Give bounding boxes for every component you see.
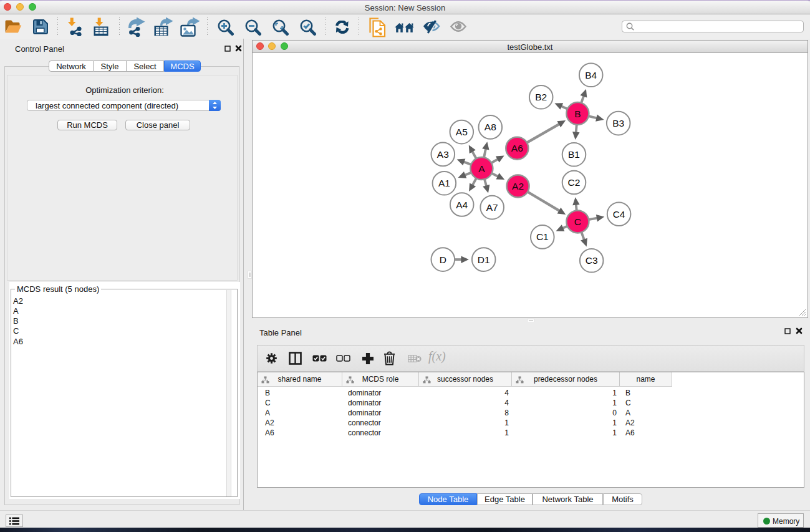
svg-text:B1: B1 [568, 149, 580, 160]
svg-text:A5: A5 [456, 127, 468, 137]
svg-text:C: C [574, 216, 581, 227]
svg-text:C2: C2 [568, 177, 581, 188]
svg-text:A7: A7 [486, 202, 498, 213]
svg-text:A1: A1 [438, 178, 450, 188]
svg-text:D: D [440, 254, 446, 265]
svg-text:B3: B3 [612, 118, 624, 128]
svg-text:A: A [478, 163, 485, 174]
svg-text:C1: C1 [536, 231, 549, 242]
svg-text:C4: C4 [613, 209, 625, 220]
svg-text:A3: A3 [437, 149, 449, 160]
svg-text:B: B [574, 109, 581, 119]
svg-text:A2: A2 [512, 181, 524, 191]
svg-text:A8: A8 [485, 122, 496, 132]
svg-text:A4: A4 [456, 200, 468, 210]
svg-text:B4: B4 [585, 70, 597, 80]
svg-text:C3: C3 [586, 255, 598, 266]
svg-text:D1: D1 [478, 254, 490, 265]
svg-text:A6: A6 [511, 143, 523, 153]
svg-text:B2: B2 [535, 92, 547, 102]
